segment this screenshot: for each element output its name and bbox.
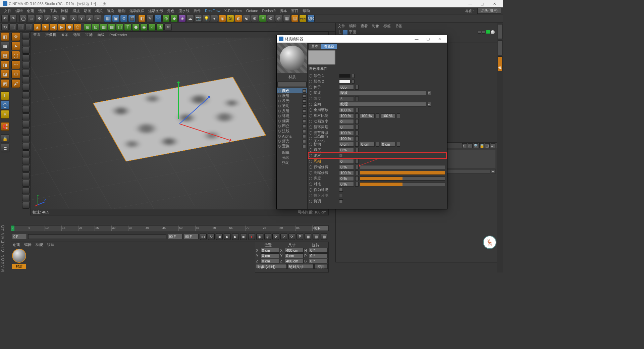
palette-button[interactable] bbox=[22, 69, 30, 76]
move-cursor-button[interactable]: ✥ bbox=[11, 32, 20, 41]
rotate-tool-button[interactable]: ⟳ bbox=[52, 15, 59, 22]
main-menubar[interactable]: 文件编辑创建选择工具网格捕捉动画模拟渲染雕刻运动跟踪运动图形角色流水线插件Rea… bbox=[0, 7, 503, 14]
objmenu-查看[interactable]: 查看 bbox=[361, 23, 368, 29]
psr-button[interactable]: PSR bbox=[299, 15, 307, 22]
key-s-button[interactable]: ⤢ bbox=[280, 233, 287, 240]
matmenu-纹理[interactable]: 纹理 bbox=[47, 242, 54, 247]
keyopt-button[interactable]: ◎ bbox=[264, 233, 271, 240]
size-field[interactable]: 0 cm bbox=[285, 253, 304, 258]
fx-button[interactable]: .fx bbox=[164, 23, 172, 31]
tool-d-button[interactable]: ▲ bbox=[34, 23, 41, 31]
plugin7-button[interactable]: ဒ bbox=[259, 15, 266, 22]
slider[interactable] bbox=[360, 165, 445, 169]
num-field[interactable]: 100 % bbox=[339, 131, 354, 135]
palette-button[interactable] bbox=[22, 136, 30, 142]
material-editor-dialog[interactable]: 材质编辑器 — ▢ ✕ 材质 颜色漫射发光透明反射环境烟雾凹凸法线Alpha辉光… bbox=[276, 35, 447, 209]
step-back-button[interactable]: ◀ bbox=[216, 233, 223, 240]
rot-field[interactable]: 0 ° bbox=[309, 248, 328, 253]
key-pla-button[interactable]: ▦ bbox=[305, 233, 311, 240]
menu-角色[interactable]: 角色 bbox=[165, 8, 176, 13]
plugin4-button[interactable]: ◐ bbox=[235, 15, 242, 22]
object-name[interactable]: 平面 bbox=[349, 30, 356, 35]
reset-psr-button[interactable]: ⟲ bbox=[1, 23, 9, 31]
channel-checkbox[interactable] bbox=[303, 135, 306, 138]
tool-g-button[interactable]: ▶ bbox=[58, 23, 65, 31]
channel-漫射[interactable]: 漫射 bbox=[277, 93, 307, 98]
channel-透明[interactable]: 透明 bbox=[277, 103, 307, 108]
num-field[interactable]: 100 % bbox=[339, 136, 354, 141]
palette-button[interactable] bbox=[22, 106, 30, 113]
rtab-attributes[interactable]: 属性 bbox=[498, 56, 502, 71]
deformer-button[interactable]: ◈ bbox=[178, 15, 186, 22]
plugin8-button[interactable]: ⊘ bbox=[267, 15, 274, 22]
vpmenu-显示[interactable]: 显示 bbox=[61, 32, 68, 37]
mograph9-button[interactable]: ⚗ bbox=[156, 23, 164, 31]
workplane-button[interactable]: ▤ bbox=[1, 51, 9, 60]
mograph8-button[interactable]: ⟐ bbox=[148, 23, 156, 31]
channel-颜色[interactable]: 颜色 bbox=[277, 88, 307, 93]
plugin2-button[interactable]: ◉ bbox=[219, 15, 226, 22]
channel-发光[interactable]: 发光 bbox=[277, 98, 307, 103]
select-live-button[interactable]: ◯ bbox=[19, 15, 27, 22]
pen-tool-button[interactable]: ✎ bbox=[146, 15, 154, 22]
poly-mode-button[interactable]: ◪ bbox=[1, 70, 9, 79]
record-button[interactable]: ● bbox=[248, 233, 255, 240]
checkbox[interactable] bbox=[339, 199, 343, 203]
vpmenu-ProRender[interactable]: ProRender bbox=[109, 33, 127, 37]
channel-checkbox[interactable] bbox=[303, 89, 306, 93]
menu-捕捉[interactable]: 捕捉 bbox=[70, 8, 82, 13]
channel-checkbox[interactable] bbox=[303, 94, 306, 98]
menu-RealFlow[interactable]: RealFlow bbox=[203, 9, 222, 13]
num-field[interactable]: 0 bbox=[339, 159, 354, 164]
dialog-maximize-button[interactable]: ▢ bbox=[422, 37, 434, 41]
rot-field[interactable]: 0 ° bbox=[309, 259, 328, 263]
channel-checkbox[interactable] bbox=[303, 99, 306, 103]
slider[interactable] bbox=[360, 177, 445, 181]
dialog-close-button[interactable]: ✕ bbox=[434, 37, 445, 41]
size-field[interactable]: 400 cm bbox=[285, 248, 304, 253]
channel-checkbox[interactable] bbox=[303, 104, 306, 108]
tool-b-button[interactable]: ⬚ bbox=[17, 23, 25, 31]
current-frame-field[interactable]: 0 F bbox=[12, 234, 27, 239]
palette-button[interactable] bbox=[22, 187, 30, 194]
num-field[interactable]: 0 % bbox=[339, 148, 354, 152]
mograph6-button[interactable]: ⬣ bbox=[132, 23, 140, 31]
palette-button[interactable] bbox=[22, 165, 30, 172]
lasso-tool-button[interactable]: 〰 bbox=[11, 60, 20, 69]
num-field[interactable]: 0 bbox=[339, 119, 354, 124]
channel-烟雾[interactable]: 烟雾 bbox=[277, 118, 307, 123]
menu-运动跟踪[interactable]: 运动跟踪 bbox=[127, 8, 146, 13]
plugin1-button[interactable]: ● bbox=[211, 15, 218, 22]
mograph4-button[interactable]: ▩ bbox=[108, 23, 115, 31]
shader-tab[interactable]: 基本 bbox=[308, 43, 321, 49]
text-button[interactable]: T bbox=[124, 23, 131, 31]
channel-法线[interactable]: 法线 bbox=[277, 129, 307, 134]
plugin3-button[interactable]: S bbox=[227, 15, 234, 22]
vis-editor-toggle[interactable] bbox=[478, 30, 481, 34]
menu-动画[interactable]: 动画 bbox=[82, 8, 93, 13]
spline-button[interactable]: 〰 bbox=[154, 15, 162, 22]
generator-button[interactable]: ◆ bbox=[170, 15, 178, 22]
mograph7-button[interactable]: ◉ bbox=[140, 23, 148, 31]
menu-工具[interactable]: 工具 bbox=[48, 8, 59, 13]
objmenu-标签[interactable]: 标签 bbox=[383, 23, 391, 29]
palette-button[interactable] bbox=[22, 143, 30, 150]
menu-帮助[interactable]: 帮助 bbox=[301, 8, 312, 13]
goto-start-button[interactable]: ⏮ bbox=[200, 233, 207, 240]
model-mode-button[interactable]: ◧ bbox=[1, 32, 9, 41]
num-field[interactable]: 0 bbox=[339, 125, 354, 130]
palette-button[interactable] bbox=[22, 172, 30, 179]
menu-选择[interactable]: 选择 bbox=[36, 8, 48, 13]
channel-checkbox[interactable] bbox=[303, 140, 306, 143]
timeline-ruler[interactable]: 051015202530354045505560657075808590 bbox=[11, 225, 313, 231]
axis-y-gizmo[interactable] bbox=[178, 82, 179, 119]
material-name-field[interactable] bbox=[277, 82, 307, 87]
palette-button[interactable] bbox=[22, 62, 30, 68]
point-mode-button[interactable]: ◩ bbox=[1, 79, 9, 88]
axis-o-button[interactable]: ◯ bbox=[1, 101, 9, 109]
section-光照[interactable]: 光照 bbox=[277, 155, 307, 160]
move-tool-button[interactable]: ✥ bbox=[36, 15, 43, 22]
objmenu-对象[interactable]: 对象 bbox=[372, 23, 379, 29]
mograph1-button[interactable]: ⊞ bbox=[84, 23, 91, 31]
palette-button[interactable] bbox=[22, 113, 30, 120]
